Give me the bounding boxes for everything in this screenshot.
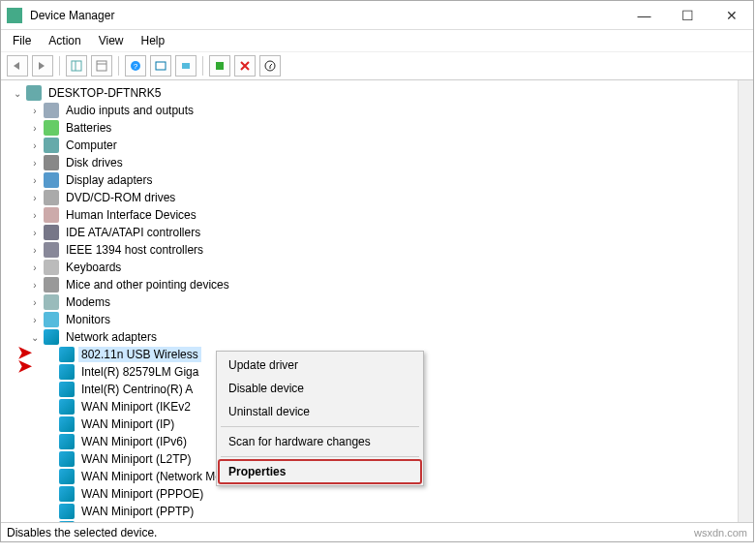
- vertical-scrollbar[interactable]: [738, 80, 753, 522]
- tree-device[interactable]: WAN Miniport (PPPOE): [5, 485, 738, 503]
- context-menu-properties[interactable]: Properties: [219, 460, 421, 483]
- expander-icon[interactable]: ⌄: [28, 330, 42, 344]
- menu-action[interactable]: Action: [41, 32, 88, 49]
- context-menu-scan-hardware[interactable]: Scan for hardware changes: [219, 430, 421, 453]
- app-icon: [7, 8, 22, 23]
- tree-category-label: Modems: [63, 294, 113, 310]
- help-button[interactable]: ?: [125, 55, 146, 77]
- maximize-button[interactable]: ☐: [666, 2, 710, 29]
- tree-category[interactable]: ›Monitors: [5, 311, 738, 328]
- menubar: File Action View Help: [1, 30, 753, 51]
- network-adapter-icon: [44, 329, 59, 345]
- watermark: wsxdn.com: [694, 527, 747, 539]
- menu-help[interactable]: Help: [134, 32, 173, 49]
- expander-icon[interactable]: ›: [28, 261, 42, 274]
- tree-category-label: Keyboards: [63, 260, 124, 275]
- network-adapter-icon: [59, 504, 75, 519]
- expander-icon[interactable]: ›: [28, 121, 42, 135]
- tree-category[interactable]: ›Computer: [5, 137, 738, 154]
- network-adapter-icon: [59, 364, 75, 380]
- display-icon: [44, 172, 59, 188]
- expander-icon[interactable]: ›: [28, 278, 42, 292]
- statusbar: Disables the selected device. wsxdn.com: [1, 522, 753, 541]
- tree-category[interactable]: ›Modems: [5, 293, 738, 311]
- tree-category[interactable]: ›Keyboards: [5, 259, 738, 276]
- expander-icon[interactable]: ›: [28, 173, 42, 187]
- network-adapter-icon: [59, 451, 75, 467]
- expander-icon[interactable]: ›: [28, 243, 42, 257]
- context-menu-separator: [221, 456, 419, 457]
- network-adapter-icon: [59, 469, 75, 484]
- battery-icon: [44, 120, 59, 136]
- svg-rect-0: [72, 61, 81, 71]
- add-legacy-hardware-button[interactable]: [175, 55, 197, 77]
- tree-device-label: WAN Miniport (L2TP): [78, 451, 195, 467]
- expander-icon[interactable]: ⌄: [11, 86, 24, 100]
- svg-rect-6: [156, 62, 166, 70]
- toolbar-separator: [202, 56, 203, 76]
- menu-view[interactable]: View: [91, 32, 132, 49]
- tree-device-label: WAN Miniport (PPTP): [78, 504, 197, 519]
- tree-device-label: Intel(R) 82579LM Giga: [78, 364, 201, 380]
- context-menu-disable-device[interactable]: Disable device: [219, 377, 421, 400]
- expander-icon[interactable]: ›: [28, 208, 42, 222]
- window-controls: — ☐ ✕: [622, 2, 753, 29]
- annotation-arrow-icon: ➤➤: [17, 346, 32, 373]
- tree-device[interactable]: WAN Miniport (PPTP): [5, 503, 738, 520]
- tree-category-label: DVD/CD-ROM drives: [63, 190, 178, 205]
- minimize-button[interactable]: —: [622, 2, 666, 29]
- tree-category[interactable]: ›DVD/CD-ROM drives: [5, 189, 738, 206]
- context-menu-uninstall-device[interactable]: Uninstall device: [219, 400, 421, 423]
- disable-device-button[interactable]: [259, 55, 281, 77]
- titlebar[interactable]: Device Manager — ☐ ✕: [1, 1, 753, 30]
- tree-category-label: Monitors: [63, 312, 113, 327]
- nav-forward-button[interactable]: [32, 55, 53, 77]
- modem-icon: [44, 294, 59, 310]
- expander-icon[interactable]: ›: [28, 295, 42, 309]
- scan-hardware-button[interactable]: [150, 55, 171, 77]
- network-adapter-icon: [59, 416, 75, 432]
- expander-icon[interactable]: ›: [28, 104, 42, 117]
- expander-icon[interactable]: ›: [28, 226, 42, 239]
- expander-icon[interactable]: ›: [28, 191, 42, 204]
- close-button[interactable]: ✕: [710, 2, 753, 29]
- tree-category[interactable]: ›Audio inputs and outputs: [5, 102, 738, 119]
- audio-icon: [44, 103, 59, 118]
- tree-device[interactable]: WAN Miniport (SSTP): [5, 520, 738, 522]
- tree-category[interactable]: ›Batteries: [5, 119, 738, 137]
- dvd-icon: [44, 190, 59, 205]
- tree-device-label: WAN Miniport (IP): [78, 416, 177, 432]
- monitor-icon: [44, 312, 59, 327]
- tree-root[interactable]: ⌄ DESKTOP-DFTNRK5: [5, 84, 738, 102]
- tree-category-label: Audio inputs and outputs: [63, 103, 197, 118]
- network-adapter-icon: [59, 521, 75, 522]
- network-adapter-icon: [59, 434, 75, 449]
- tree-category[interactable]: ›IEEE 1394 host controllers: [5, 241, 738, 259]
- properties-button[interactable]: [91, 55, 112, 77]
- tree-category[interactable]: ›IDE ATA/ATAPI controllers: [5, 224, 738, 241]
- tree-category[interactable]: ›Mice and other pointing devices: [5, 276, 738, 293]
- show-hide-console-tree-button[interactable]: [66, 55, 87, 77]
- statusbar-text: Disables the selected device.: [7, 526, 157, 539]
- tree-category-network[interactable]: ⌄ Network adapters: [5, 328, 738, 346]
- tree-category-label: IEEE 1394 host controllers: [63, 242, 206, 258]
- expander-icon[interactable]: ›: [28, 156, 42, 169]
- uninstall-device-button[interactable]: [234, 55, 256, 77]
- menu-file[interactable]: File: [5, 32, 39, 49]
- expander-icon[interactable]: ›: [28, 138, 42, 152]
- network-adapter-icon: [59, 399, 75, 415]
- expander-icon[interactable]: ›: [28, 313, 42, 326]
- tree-category[interactable]: ›Human Interface Devices: [5, 206, 738, 224]
- context-menu-update-driver[interactable]: Update driver: [219, 354, 421, 377]
- tree-device-label: WAN Miniport (PPPOE): [78, 486, 206, 502]
- tree-category-label: Computer: [63, 138, 120, 153]
- network-adapter-icon: [59, 382, 75, 397]
- update-driver-button[interactable]: [209, 55, 230, 77]
- window-title: Device Manager: [28, 9, 622, 22]
- nav-back-button[interactable]: [7, 55, 28, 77]
- tree-category[interactable]: ›Display adapters: [5, 171, 738, 189]
- tree-device-label: Intel(R) Centrino(R) A: [78, 382, 196, 397]
- svg-text:?: ?: [134, 62, 138, 71]
- computer-icon: [26, 85, 42, 101]
- tree-category[interactable]: ›Disk drives: [5, 154, 738, 171]
